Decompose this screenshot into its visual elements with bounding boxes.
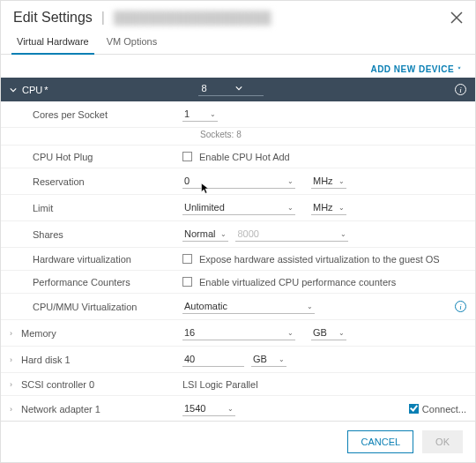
enable-perf-counters-label: Enable virtualized CPU performance count… [199, 277, 396, 288]
expand-icon[interactable]: › [10, 355, 12, 364]
limit-unit-value: MHz [313, 202, 333, 213]
reservation-unit-value: MHz [313, 175, 333, 186]
expand-icon[interactable]: › [10, 380, 12, 389]
limit-unit-select[interactable]: MHz ⌄ [311, 200, 346, 215]
performance-counters-label: Performance Counters [10, 277, 182, 288]
chevron-down-icon: ⌄ [307, 302, 313, 310]
hard-disk-row: › Hard disk 1 40 GB ⌄ [1, 347, 475, 373]
chevron-down-icon: ⌄ [220, 230, 227, 238]
chevron-down-icon: ⌄ [338, 204, 345, 212]
limit-label: Limit [10, 203, 182, 213]
chevron-down-icon: ⌄ [279, 355, 285, 363]
chevron-down-icon: ⌄ [210, 110, 216, 118]
enable-cpu-hot-add-checkbox[interactable] [182, 152, 192, 161]
reservation-select[interactable]: 0 ⌄ [182, 174, 295, 189]
memory-row: › Memory 16 ⌄ GB ⌄ [1, 320, 475, 347]
cpu-hot-plug-label: CPU Hot Plug [10, 152, 182, 162]
shares-level-value: Normal [184, 228, 215, 239]
expand-icon[interactable]: › [10, 329, 12, 338]
scsi-controller-value: LSI Logic Parallel [182, 379, 258, 390]
ok-button[interactable]: OK [422, 430, 463, 453]
reservation-unit-select[interactable]: MHz ⌄ [311, 174, 346, 189]
chevron-down-icon [235, 85, 260, 92]
limit-select[interactable]: Unlimited ⌄ [182, 200, 295, 215]
titlebar: Edit Settings | ██████████████████ [1, 1, 475, 31]
required-star-icon: * [44, 85, 48, 95]
tab-virtual-hardware[interactable]: Virtual Hardware [8, 31, 98, 54]
hard-disk-label: Hard disk 1 [21, 355, 71, 365]
chevron-down-icon: ⌄ [287, 177, 294, 185]
expose-hw-virtualization-checkbox[interactable] [182, 254, 192, 264]
chevron-down-icon: ⌄ [338, 177, 345, 185]
network-adapter-label: Network adapter 1 [21, 404, 100, 414]
limit-row: Limit Unlimited ⌄ MHz ⌄ [1, 195, 475, 221]
limit-value: Unlimited [184, 202, 282, 213]
memory-unit-value: GB [313, 327, 333, 338]
network-adapter-select[interactable]: 1540 ⌄ [182, 401, 235, 416]
network-adapter-row: › Network adapter 1 1540 ⌄ Connect... [1, 396, 475, 421]
add-new-device-label: ADD NEW DEVICE [370, 64, 454, 74]
chevron-down-icon: ⌄ [340, 230, 346, 238]
expose-hw-virtualization-label: Expose hardware assisted virtualization … [199, 254, 440, 265]
cpu-mmu-value: Automatic [184, 301, 301, 311]
dialog-title: Edit Settings [13, 10, 93, 26]
tab-bar: Virtual Hardware VM Options [1, 31, 475, 55]
add-device-row: ADD NEW DEVICE ˅ [1, 55, 475, 78]
chevron-down-icon: ⌄ [338, 329, 345, 337]
shares-value-select[interactable]: 8000 ⌄ [235, 227, 348, 242]
close-icon[interactable] [450, 11, 463, 24]
info-icon[interactable]: i [455, 84, 466, 95]
hard-disk-size-value: 40 [184, 354, 242, 364]
chevron-down-icon: ˅ [457, 66, 462, 74]
settings-scroll-area[interactable]: ADD NEW DEVICE ˅ CPU * 8 i Cores per Soc… [1, 55, 475, 421]
reservation-row: Reservation 0 ⌄ MHz ⌄ [1, 168, 475, 195]
hard-disk-unit-select[interactable]: GB ⌄ [251, 352, 286, 367]
memory-value: 16 [184, 327, 282, 338]
cores-per-socket-row: Cores per Socket 1 ⌄ [1, 101, 475, 128]
chevron-down-icon: ⌄ [287, 329, 294, 337]
reservation-value: 0 [184, 175, 282, 186]
cpu-header-label: CPU [22, 85, 42, 95]
cpu-count-value: 8 [202, 83, 227, 93]
scsi-controller-label: SCSI controller 0 [21, 379, 94, 390]
shares-numeric-value: 8000 [237, 228, 335, 239]
cpu-hot-plug-row: CPU Hot Plug Enable CPU Hot Add [1, 146, 475, 168]
add-new-device-link[interactable]: ADD NEW DEVICE ˅ [370, 64, 461, 74]
expand-icon[interactable]: › [10, 405, 12, 414]
cpu-mmu-row: CPU/MMU Virtualization Automatic ⌄ i [1, 294, 475, 320]
chevron-down-icon: ⌄ [287, 204, 294, 212]
cores-per-socket-select[interactable]: 1 ⌄ [182, 107, 218, 122]
nic-connect-label: Connect... [422, 404, 466, 414]
hardware-virtualization-row: Hardware virtualization Expose hardware … [1, 248, 475, 271]
reservation-label: Reservation [10, 176, 182, 187]
tab-vm-options[interactable]: VM Options [98, 31, 166, 54]
shares-row: Shares Normal ⌄ 8000 ⌄ [1, 221, 475, 248]
cpu-mmu-label: CPU/MMU Virtualization [10, 302, 182, 312]
hard-disk-unit-value: GB [253, 354, 273, 364]
hardware-virtualization-label: Hardware virtualization [10, 254, 182, 265]
network-adapter-value: 1540 [184, 403, 222, 414]
shares-label: Shares [10, 229, 182, 240]
cores-per-socket-value: 1 [184, 108, 205, 119]
cpu-count-select[interactable]: 8 [198, 83, 264, 96]
hard-disk-size-input[interactable]: 40 [182, 352, 244, 367]
cores-per-socket-label: Cores per Socket [10, 109, 182, 120]
performance-counters-row: Performance Counters Enable virtualized … [1, 271, 475, 294]
scsi-controller-row: › SCSI controller 0 LSI Logic Parallel [1, 373, 475, 396]
memory-unit-select[interactable]: GB ⌄ [311, 325, 346, 340]
memory-value-select[interactable]: 16 ⌄ [182, 325, 295, 340]
cpu-mmu-select[interactable]: Automatic ⌄ [182, 299, 315, 314]
enable-perf-counters-checkbox[interactable] [182, 277, 192, 287]
edit-settings-dialog: Edit Settings | ██████████████████ Virtu… [0, 0, 476, 463]
nic-connect-checkbox[interactable] [409, 404, 419, 414]
dialog-subtitle: ██████████████████ [114, 11, 271, 25]
chevron-down-icon: ⌄ [227, 405, 234, 413]
memory-label: Memory [21, 328, 56, 339]
dialog-footer: CANCEL OK [1, 421, 475, 462]
title-separator: | [101, 10, 105, 26]
cancel-button[interactable]: CANCEL [347, 430, 413, 453]
chevron-down-icon [10, 86, 17, 93]
cpu-section-header[interactable]: CPU * 8 i [1, 78, 475, 101]
info-icon[interactable]: i [455, 301, 466, 312]
shares-level-select[interactable]: Normal ⌄ [182, 227, 228, 242]
